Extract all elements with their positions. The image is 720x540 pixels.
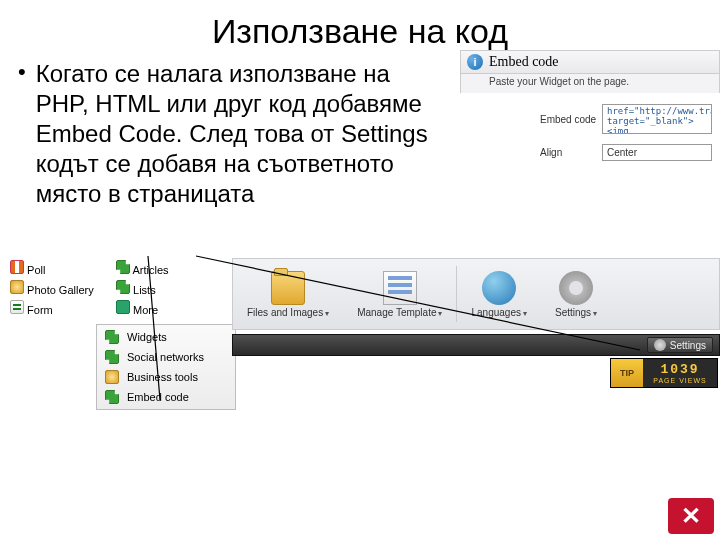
folder-icon [271,271,305,305]
submenu-social[interactable]: Social networks [97,347,235,367]
info-icon: i [467,54,483,70]
close-button[interactable]: ✕ [668,498,714,534]
submenu-embed[interactable]: Embed code [97,387,235,407]
counter-number: 1039 [643,362,717,377]
toolbar-files[interactable]: Files and Images [233,259,343,329]
more-submenu: Widgets Social networks Business tools E… [96,324,236,410]
embed-code-input[interactable]: href="http://www.tracemy" target="_blank… [602,104,712,134]
puzzle-icon [105,390,119,404]
embed-title: Embed code [489,54,559,70]
gallery-icon [10,280,24,294]
puzzle-icon [105,350,119,364]
form-icon [10,300,24,314]
poll-icon [10,260,24,274]
embed-header-panel: i Embed code Paste your Widget on the pa… [460,50,720,93]
slide-title: Използване на код [0,12,720,51]
menu-lists[interactable]: Lists [133,284,156,296]
embed-subtitle: Paste your Widget on the page. [460,74,720,93]
insert-menu: Poll Articles Photo Gallery Lists Form M… [10,258,220,318]
menu-more[interactable]: More [133,304,158,316]
bullet-marker: • [18,59,26,85]
menu-articles[interactable]: Articles [132,264,168,276]
main-toolbar: Files and Images Manage Template Languag… [232,258,720,330]
toolbar-settings[interactable]: Settings [541,259,611,329]
lists-icon [116,280,130,294]
bullet-text: Когато се налага използване на PHP, HTML… [36,59,436,209]
template-icon [383,271,417,305]
menu-poll[interactable]: Poll [27,264,45,276]
submenu-business[interactable]: Business tools [97,367,235,387]
align-label: Align [540,147,602,158]
toolbar-template[interactable]: Manage Template [343,259,456,329]
menu-gallery[interactable]: Photo Gallery [27,284,94,296]
gear-icon [654,339,666,351]
more-icon [116,300,130,314]
toolbar-languages[interactable]: Languages [457,259,541,329]
articles-icon [116,260,130,274]
widget-settings-button[interactable]: Settings [647,337,713,353]
puzzle-icon [105,330,119,344]
menu-form[interactable]: Form [27,304,53,316]
counter-tip-icon: TIP [611,359,643,387]
submenu-widgets[interactable]: Widgets [97,327,235,347]
align-select[interactable]: Center [602,144,712,161]
page-views-counter: TIP 1039 PAGE VIEWS [610,358,718,388]
business-icon [105,370,119,384]
counter-label: PAGE VIEWS [643,377,717,384]
editor-toolbar-area: Poll Articles Photo Gallery Lists Form M… [0,258,720,368]
widget-dark-bar: Settings [232,334,720,356]
embed-settings-panel: Embed code href="http://www.tracemy" tar… [540,104,720,171]
gear-icon [559,271,593,305]
embed-code-label: Embed code [540,114,602,125]
embed-header: i Embed code [460,50,720,74]
globe-icon [482,271,516,305]
